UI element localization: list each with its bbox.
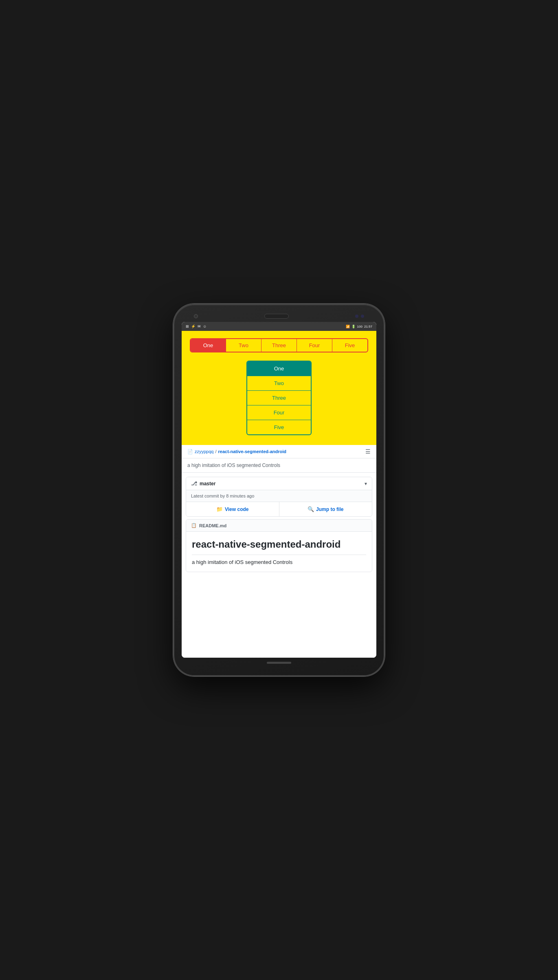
github-section: 📄 zzyyppqq / react-native-segmented-andr… <box>182 445 376 658</box>
branch-selector[interactable]: ⎇ master ▾ <box>186 477 372 490</box>
sensor-area <box>355 315 364 318</box>
camera-dot <box>194 314 198 318</box>
segmented-control-vertical: One Two Three Four Five <box>246 361 312 435</box>
repo-owner[interactable]: zzyyppqq <box>195 449 213 454</box>
grid-icon: ⊞ <box>186 324 189 328</box>
repo-name[interactable]: react-native-segmented-android <box>218 449 286 454</box>
seg-btn-three[interactable]: Three <box>261 339 297 352</box>
usb-icon: ⚡ <box>191 324 196 328</box>
clock: 21:57 <box>364 325 372 328</box>
branch-name: master <box>200 481 215 487</box>
readme-header: 📋 README.md <box>186 520 372 532</box>
readme-title: react-native-segmented-android <box>192 538 366 551</box>
seg-list-item-one[interactable]: One <box>247 361 311 376</box>
seg-list-item-two[interactable]: Two <box>247 376 311 391</box>
phone-screen: ⊞ ⚡ ✉ ☺ 📶 🔋 100 21:57 One Two Three Four… <box>182 322 376 658</box>
message-icon: ✉ <box>198 324 201 328</box>
speaker-grille <box>264 314 289 319</box>
sensor-dot-2 <box>361 315 364 318</box>
chevron-down-icon: ▾ <box>365 481 367 487</box>
emoji-icon: ☺ <box>203 324 207 328</box>
seg-list-item-three[interactable]: Three <box>247 391 311 405</box>
segmented-control-horizontal: One Two Three Four Five <box>190 338 368 352</box>
repo-header: 📄 zzyyppqq / react-native-segmented-andr… <box>182 445 376 458</box>
folder-icon: 📁 <box>216 506 223 512</box>
branch-left: ⎇ master <box>191 480 215 487</box>
branch-icon: ⎇ <box>191 480 197 487</box>
seg-btn-one[interactable]: One <box>191 339 226 352</box>
status-bar: ⊞ ⚡ ✉ ☺ 📶 🔋 100 21:57 <box>182 322 376 331</box>
status-right-info: 📶 🔋 100 21:57 <box>346 325 372 328</box>
hamburger-icon[interactable]: ☰ <box>365 448 371 455</box>
view-code-label: View code <box>225 507 248 512</box>
readme-card: 📋 README.md react-native-segmented-andro… <box>186 519 372 572</box>
repo-icon: 📄 <box>187 449 193 454</box>
view-code-button[interactable]: 📁 View code <box>186 502 279 516</box>
status-left-icons: ⊞ ⚡ ✉ ☺ <box>186 324 207 328</box>
repo-description: a high imitation of iOS segmented Contro… <box>182 458 376 473</box>
battery-level: 100 <box>357 325 362 328</box>
search-icon: 🔍 <box>308 506 314 512</box>
branch-card: ⎇ master ▾ Latest commit by 8 minutes ag… <box>186 477 372 517</box>
phone-top-bar <box>182 312 376 320</box>
readme-content: react-native-segmented-android a high im… <box>186 532 372 572</box>
jump-to-file-label: Jump to file <box>316 507 343 512</box>
repo-path[interactable]: 📄 zzyyppqq / react-native-segmented-andr… <box>187 449 286 454</box>
commit-info: Latest commit by 8 minutes ago <box>186 490 372 502</box>
action-buttons: 📁 View code 🔍 Jump to file <box>186 502 372 516</box>
seg-btn-two[interactable]: Two <box>226 339 261 352</box>
phone-home-indicator[interactable] <box>267 662 291 664</box>
battery-icon: 🔋 <box>351 325 356 328</box>
seg-list-item-four[interactable]: Four <box>247 405 311 420</box>
app-area: One Two Three Four Five One Two Three Fo… <box>182 331 376 445</box>
seg-list-item-five[interactable]: Five <box>247 420 311 434</box>
phone-device: ⊞ ⚡ ✉ ☺ 📶 🔋 100 21:57 One Two Three Four… <box>173 304 385 676</box>
sensor-dot-1 <box>355 315 358 318</box>
seg-btn-four[interactable]: Four <box>297 339 332 352</box>
readme-icon: 📋 <box>191 523 197 528</box>
seg-btn-five[interactable]: Five <box>332 339 367 352</box>
commit-text: Latest commit by 8 minutes ago <box>191 493 254 498</box>
path-separator: / <box>215 449 216 454</box>
wifi-icon: 📶 <box>346 325 350 328</box>
description-text: a high imitation of iOS segmented Contro… <box>187 462 280 468</box>
jump-to-file-button[interactable]: 🔍 Jump to file <box>279 502 372 516</box>
readme-divider <box>192 555 366 555</box>
readme-description: a high imitation of iOS segmented Contro… <box>192 559 366 565</box>
readme-filename: README.md <box>199 523 226 528</box>
